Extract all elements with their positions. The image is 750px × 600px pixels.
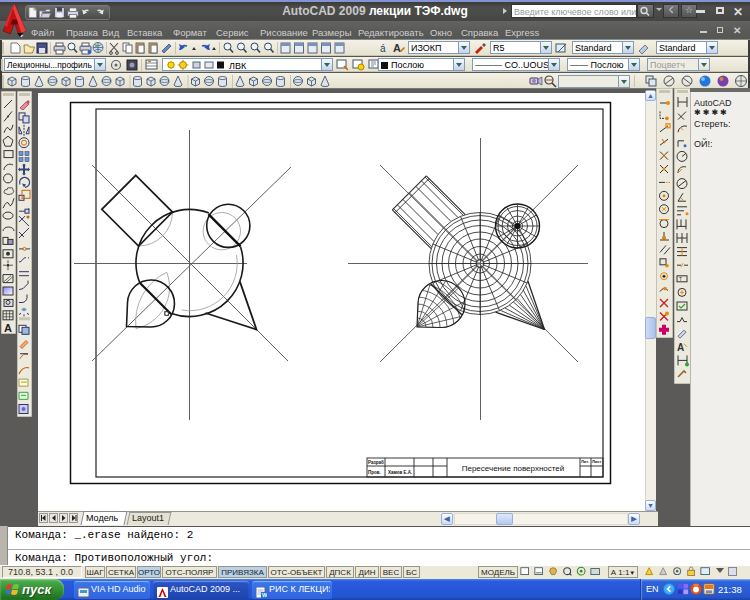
- svg-text:W: W: [262, 592, 267, 598]
- svg-text:A: A: [677, 342, 684, 353]
- svg-text:А: А: [393, 42, 401, 54]
- svg-text:Хамов Е.А.: Хамов Е.А.: [388, 470, 412, 475]
- svg-text:A: A: [4, 322, 12, 334]
- svg-text:á: á: [380, 43, 386, 54]
- svg-text:Пров.: Пров.: [368, 470, 381, 475]
- svg-text:Лит.: Лит.: [581, 459, 589, 464]
- svg-text:Пересечение поверхностей: Пересечение поверхностей: [462, 464, 565, 473]
- svg-text:ЛВК: ЛВК: [229, 61, 247, 71]
- svg-text:Лист: Лист: [592, 459, 601, 464]
- svg-text:Разраб: Разраб: [368, 459, 384, 465]
- svg-text:T: T: [679, 276, 682, 282]
